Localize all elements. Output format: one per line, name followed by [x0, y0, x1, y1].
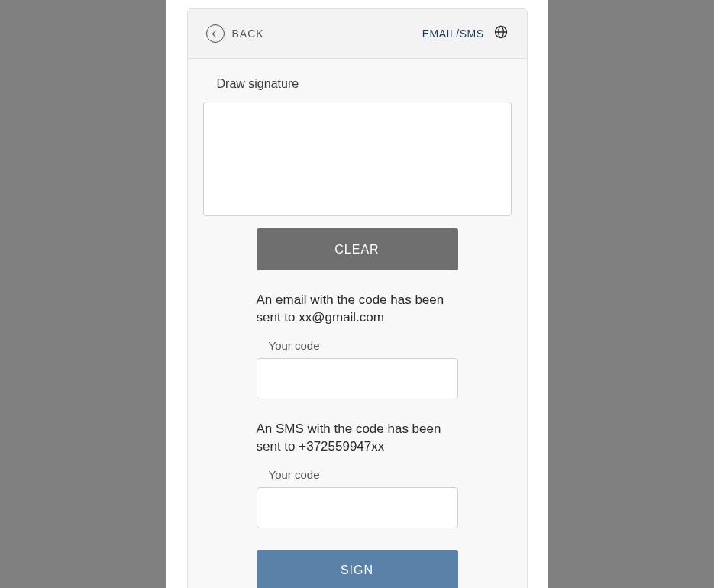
- card-header: BACK EMAIL/SMS: [188, 9, 527, 59]
- globe-icon[interactable]: [493, 24, 509, 43]
- sms-code-label: Your code: [269, 468, 458, 481]
- form-column: CLEAR An email with the code has been se…: [257, 228, 458, 588]
- method-tab-email-sms[interactable]: EMAIL/SMS: [422, 27, 484, 40]
- email-code-label: Your code: [269, 339, 458, 352]
- email-code-input[interactable]: [257, 358, 458, 399]
- email-info-text: An email with the code has been sent to …: [257, 292, 458, 327]
- signature-card: BACK EMAIL/SMS Draw signature CLEAR An e…: [187, 8, 528, 588]
- card-body: Draw signature CLEAR An email with the c…: [188, 59, 527, 588]
- sms-info-text: An SMS with the code has been sent to +3…: [257, 421, 458, 456]
- back-button[interactable]: BACK: [206, 24, 264, 43]
- signature-label: Draw signature: [217, 77, 512, 91]
- back-label: BACK: [232, 27, 264, 40]
- sms-code-input[interactable]: [257, 487, 458, 528]
- sign-button[interactable]: SIGN: [257, 550, 458, 588]
- header-right: EMAIL/SMS: [422, 24, 509, 43]
- signature-pad[interactable]: [203, 102, 512, 216]
- clear-button[interactable]: CLEAR: [257, 228, 458, 270]
- page-wrapper: BACK EMAIL/SMS Draw signature CLEAR An e…: [166, 0, 548, 588]
- back-arrow-icon: [206, 24, 225, 43]
